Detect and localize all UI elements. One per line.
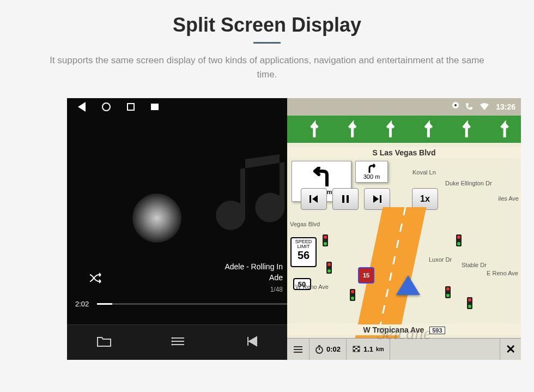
svg-rect-21 <box>357 346 360 348</box>
wifi-icon <box>480 102 489 112</box>
album-art-area <box>67 123 287 259</box>
svg-rect-22 <box>355 348 357 349</box>
page-title: Split Screen Display <box>0 14 534 37</box>
prev-button[interactable] <box>301 188 327 210</box>
flag-icon <box>352 345 361 354</box>
label-luxor: Luxor Dr <box>429 256 452 263</box>
navigation-pane: 13:26 S Las Vegas Blvd <box>287 98 521 360</box>
home-icon[interactable] <box>102 102 111 111</box>
next-unit: m <box>375 173 380 180</box>
progress-fill <box>97 303 112 305</box>
traffic-light-icon <box>456 234 462 246</box>
current-position-icon <box>396 275 420 295</box>
svg-point-3 <box>171 337 173 339</box>
svg-rect-10 <box>380 195 381 203</box>
traffic-light-icon <box>326 262 332 274</box>
device-frame: Adele - Rolling In Ade 1/48 2:02 <box>67 98 521 360</box>
traffic-light-icon <box>467 297 472 309</box>
track-artist: Ade <box>224 273 283 284</box>
music-bottom-bar <box>67 324 287 360</box>
traffic-light-icon <box>350 289 355 301</box>
map-background[interactable]: 13:26 S Las Vegas Blvd <box>287 98 521 360</box>
next-distance: 300 <box>363 173 373 180</box>
pause-button[interactable] <box>332 188 359 210</box>
title-underline <box>253 42 281 44</box>
exit-badge: 593 <box>429 327 445 334</box>
label-iles: iles Ave <box>498 195 519 202</box>
svg-rect-24 <box>357 349 360 352</box>
svg-rect-9 <box>347 195 349 203</box>
svg-point-5 <box>171 344 173 346</box>
playback-speed-button[interactable]: 1x <box>412 188 438 210</box>
location-pin-icon <box>452 102 459 112</box>
elapsed-time: 2:02 <box>75 300 89 308</box>
traffic-light-icon <box>445 286 451 298</box>
lane-guidance <box>287 116 521 143</box>
next-button[interactable] <box>364 188 390 210</box>
top-street-label: S Las Vegas Blvd <box>287 147 521 158</box>
turn-left-icon <box>311 167 332 186</box>
playlist-icon[interactable] <box>171 336 185 349</box>
trip-time[interactable]: 0:02 <box>310 339 347 360</box>
watermark: Seicane <box>377 323 432 343</box>
music-pane: Adele - Rolling In Ade 1/48 2:02 <box>67 98 287 360</box>
back-icon[interactable] <box>78 102 86 112</box>
map-media-controls: 1x <box>301 188 438 210</box>
recent-apps-icon[interactable] <box>127 103 135 111</box>
progress-bar[interactable] <box>97 303 287 305</box>
label-stable: Stable Dr <box>462 262 487 268</box>
svg-rect-8 <box>342 195 344 203</box>
label-duke: Duke Ellington Dr <box>445 180 492 186</box>
svg-rect-7 <box>310 195 311 203</box>
track-count: 1/48 <box>224 285 283 294</box>
svg-point-4 <box>171 341 173 342</box>
svg-point-6 <box>454 104 457 106</box>
interstate-shield: 15 <box>358 267 374 284</box>
shuffle-icon[interactable] <box>89 273 103 287</box>
stopwatch-icon <box>315 345 324 354</box>
menu-button[interactable] <box>287 339 310 360</box>
turn-right-icon <box>367 164 377 173</box>
label-reno-e: E Reno Ave <box>487 270 518 276</box>
traffic-light-icon <box>323 234 328 246</box>
picture-icon <box>151 104 159 110</box>
page-subtitle: It supports the same screen display of t… <box>44 53 490 81</box>
next-turn-panel: 300 m <box>355 161 388 183</box>
progress-area: 2:02 <box>75 300 287 308</box>
track-info: Adele - Rolling In Ade 1/48 <box>224 262 283 294</box>
touch-indicator <box>132 194 181 243</box>
close-button[interactable]: ✕ <box>500 339 521 360</box>
phone-icon <box>465 102 473 112</box>
label-koval: Koval Ln <box>412 169 436 176</box>
status-bar-left <box>67 98 287 116</box>
status-bar-right: 13:26 <box>287 98 521 116</box>
clock-time: 13:26 <box>496 102 515 111</box>
svg-rect-23 <box>353 349 355 352</box>
previous-track-icon[interactable] <box>245 336 258 349</box>
map-roads <box>287 207 521 338</box>
label-reno-w: W Reno Ave <box>295 284 329 290</box>
track-title: Adele - Rolling In <box>224 262 283 273</box>
label-vegas: Vegas Blvd <box>290 221 320 227</box>
folder-icon[interactable] <box>96 335 112 349</box>
svg-rect-20 <box>353 346 355 348</box>
